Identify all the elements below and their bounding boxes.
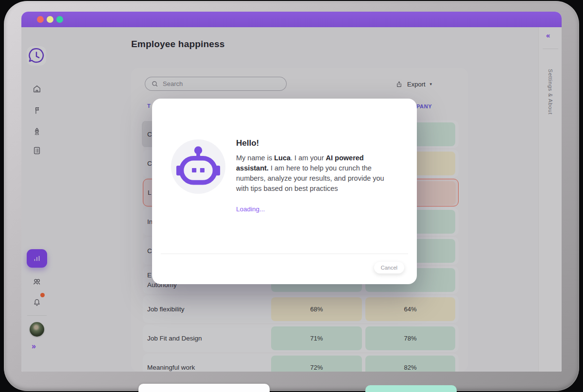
robot-avatar (171, 139, 225, 194)
zoom-button[interactable] (56, 16, 63, 23)
minimize-button[interactable] (47, 16, 53, 23)
modal-greeting: Hello! (236, 138, 259, 148)
cutoff-card-bottom (138, 384, 270, 392)
cancel-button[interactable]: Cancel (374, 262, 404, 273)
traffic-lights (37, 16, 63, 23)
modal-message: My name is Luca. I am your AI powered as… (236, 153, 392, 194)
cutoff-teal-button-bottom[interactable] (365, 385, 457, 392)
loading-text: Loading... (236, 205, 265, 213)
modal-divider (161, 254, 408, 254)
close-button[interactable] (37, 16, 44, 23)
screenshot-stage: » Employee happiness Export ▾ T PANY CC (0, 0, 583, 392)
window-titlebar (21, 12, 562, 27)
assistant-modal: Hello! My name is Luca. I am your AI pow… (152, 99, 417, 284)
robot-icon (176, 144, 221, 189)
